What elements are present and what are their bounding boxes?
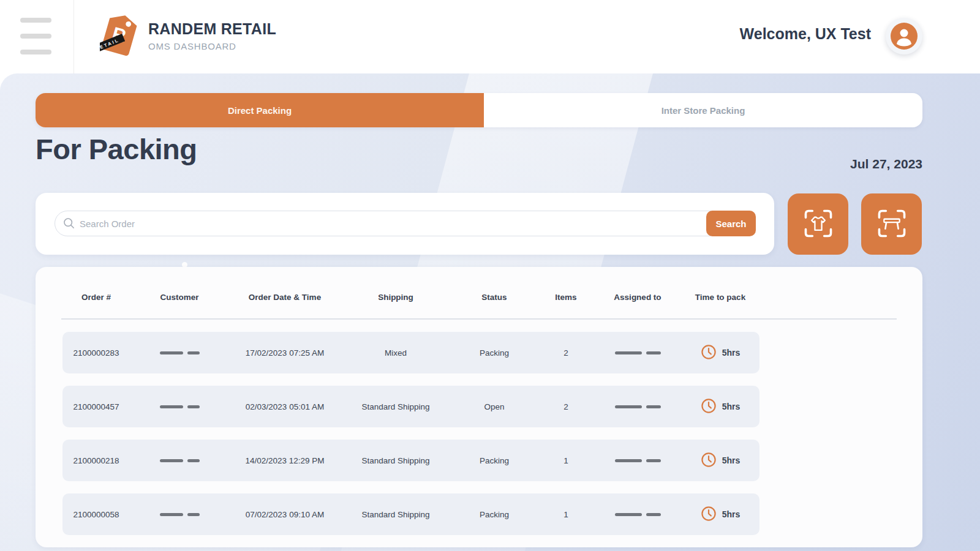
table-row[interactable]: 2100000457 02/03/2023 05:01 AM Standard … <box>62 386 760 427</box>
clock-icon <box>701 344 717 362</box>
clock-icon <box>701 398 717 416</box>
orders-table: Order # Customer Order Date & Time Shipp… <box>36 267 922 547</box>
items-cell: 2 <box>538 402 594 411</box>
assigned-cell <box>594 459 681 462</box>
shirt-scan-icon <box>801 206 836 243</box>
clock-icon <box>701 452 717 470</box>
column-header-time-to-pack: Time to pack <box>681 293 760 302</box>
time-label: 5hrs <box>722 509 741 519</box>
content-panel: Direct Packing Inter Store Packing For P… <box>0 73 980 551</box>
column-header-datetime: Order Date & Time <box>229 293 341 302</box>
column-header-status: Status <box>451 293 538 302</box>
column-header-order: Order # <box>62 293 130 302</box>
column-header-customer: Customer <box>130 293 229 302</box>
search-button[interactable]: Search <box>706 211 756 236</box>
redacted-text-bar <box>187 513 200 516</box>
clock-icon <box>701 506 717 523</box>
hamburger-menu-button[interactable] <box>20 18 51 54</box>
items-cell: 2 <box>538 348 594 358</box>
user-icon <box>891 23 918 50</box>
table-row[interactable]: 2100000058 07/02/2023 09:10 AM Standard … <box>62 493 760 535</box>
datetime-cell: 14/02/2023 12:29 PM <box>229 456 341 465</box>
shipping-cell: Mixed <box>341 348 451 358</box>
redacted-text-bar <box>646 405 661 408</box>
tab-label: Inter Store Packing <box>662 105 745 116</box>
welcome-text: Welcome, UX Test <box>740 25 871 43</box>
brand-title: RANDEM RETAIL <box>148 20 276 38</box>
column-header-items: Items <box>538 293 594 302</box>
order-number-cell: 2100000218 <box>62 456 130 465</box>
redacted-text-bar <box>646 351 661 354</box>
status-cell: Open <box>451 402 538 411</box>
status-cell: Packing <box>451 348 538 358</box>
tab-label: Direct Packing <box>228 105 292 116</box>
table-row[interactable]: 2100000283 17/02/2023 07:25 AM Mixed Pac… <box>62 332 760 373</box>
redacted-text-bar <box>615 351 642 354</box>
status-cell: Packing <box>451 510 538 519</box>
brand-subtitle: OMS DASHBOARD <box>148 41 276 51</box>
table-header-row: Order # Customer Order Date & Time Shipp… <box>62 293 760 302</box>
redacted-text-bar <box>615 513 642 516</box>
assigned-cell <box>594 351 681 354</box>
page-date: Jul 27, 2023 <box>850 157 922 171</box>
datetime-cell: 17/02/2023 07:25 AM <box>229 348 341 358</box>
hamburger-bar <box>20 34 51 39</box>
customer-cell <box>130 351 229 354</box>
header-divider <box>74 0 74 73</box>
scan-table-button[interactable] <box>861 193 922 255</box>
column-header-assigned: Assigned to <box>594 293 681 302</box>
redacted-text-bar <box>160 459 183 462</box>
redacted-text-bar <box>160 513 183 516</box>
shipping-cell: Standard Shipping <box>341 402 451 411</box>
time-to-pack-cell: 5hrs <box>681 344 760 362</box>
avatar-button[interactable] <box>886 18 922 54</box>
datetime-cell: 07/02/2023 09:10 AM <box>229 510 341 519</box>
time-to-pack-cell: 5hrs <box>681 398 760 416</box>
tab-direct-packing[interactable]: Direct Packing <box>36 93 484 127</box>
shipping-cell: Standard Shipping <box>341 510 451 519</box>
scan-garment-button[interactable] <box>788 193 848 255</box>
redacted-text-bar <box>615 405 642 408</box>
status-cell: Packing <box>451 456 538 465</box>
redacted-text-bar <box>160 351 183 354</box>
time-label: 5hrs <box>722 402 741 411</box>
customer-cell <box>130 459 229 462</box>
app-header: R RETAIL RANDEM RETAIL OMS DASHBOARD Wel… <box>0 0 980 73</box>
table-header-divider <box>61 318 897 320</box>
customer-cell <box>130 405 229 408</box>
time-label: 5hrs <box>722 455 741 465</box>
order-number-cell: 2100000283 <box>62 348 130 358</box>
brand-block: RANDEM RETAIL OMS DASHBOARD <box>148 20 276 51</box>
tab-inter-store-packing[interactable]: Inter Store Packing <box>484 93 922 127</box>
redacted-text-bar <box>187 405 200 408</box>
time-label: 5hrs <box>722 348 741 358</box>
customer-cell <box>130 513 229 516</box>
column-header-shipping: Shipping <box>341 293 451 302</box>
table-row[interactable]: 2100000218 14/02/2023 12:29 PM Standard … <box>62 440 760 481</box>
search-card: Search <box>36 193 774 255</box>
assigned-cell <box>594 513 681 516</box>
shipping-cell: Standard Shipping <box>341 456 451 465</box>
redacted-text-bar <box>160 405 183 408</box>
redacted-text-bar <box>187 351 200 354</box>
redacted-text-bar <box>615 459 642 462</box>
order-number-cell: 2100000457 <box>62 402 130 411</box>
hamburger-bar <box>20 50 51 54</box>
datetime-cell: 02/03/2023 05:01 AM <box>229 402 341 411</box>
brand-tag-logo: R RETAIL <box>100 12 139 59</box>
assigned-cell <box>594 405 681 408</box>
time-to-pack-cell: 5hrs <box>681 452 760 470</box>
order-number-cell: 2100000058 <box>62 510 130 519</box>
page-title: For Packing <box>36 132 197 166</box>
items-cell: 1 <box>538 456 594 465</box>
time-to-pack-cell: 5hrs <box>681 506 760 523</box>
redacted-text-bar <box>187 459 200 462</box>
redacted-text-bar <box>646 513 661 516</box>
hamburger-bar <box>20 18 51 23</box>
packing-tabbar: Direct Packing Inter Store Packing <box>36 93 922 127</box>
items-cell: 1 <box>538 510 594 519</box>
table-scan-icon <box>874 206 910 243</box>
search-order-input[interactable] <box>55 211 756 236</box>
redacted-text-bar <box>646 459 661 462</box>
